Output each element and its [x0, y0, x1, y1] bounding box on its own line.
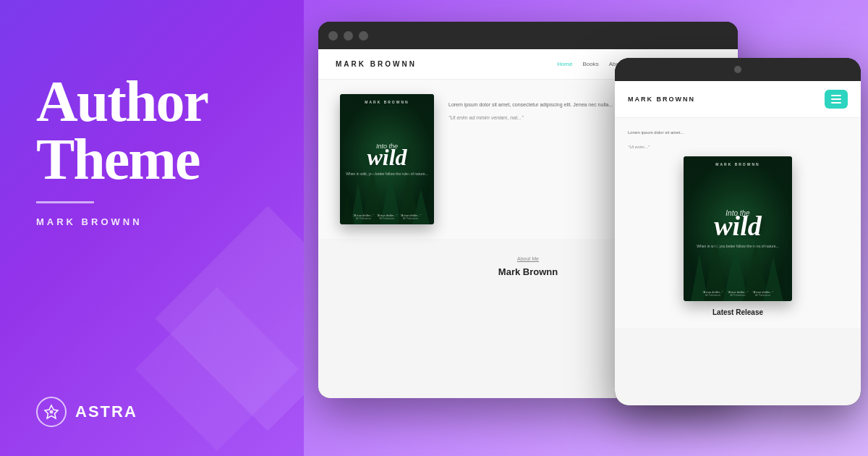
- nav-books[interactable]: Books: [582, 61, 598, 67]
- tablet-quote: "Ut enim...": [628, 145, 848, 149]
- tablet-nav: MARK BROWNN: [615, 81, 861, 118]
- review-2-source: AK Publications: [377, 217, 398, 220]
- svg-point-1: [50, 410, 54, 414]
- tablet-review-2-src: AK Publications: [728, 294, 749, 297]
- tablet-book-author: MARK BROWNN: [684, 162, 792, 166]
- nav-home[interactable]: Home: [557, 61, 572, 67]
- tablet-book-reviews: "A true thriller..." AK Publications "A …: [702, 290, 773, 297]
- tablet-content: Lorem ipsum dolor sit amet... "Ut enim..…: [615, 118, 861, 328]
- menu-line-2: [831, 98, 841, 100]
- review-1: "A true thriller..." AK Publications: [353, 214, 374, 220]
- astra-label: ASTRA: [75, 402, 137, 421]
- tablet-mockup: MARK BROWNN Lorem ipsum dolor sit amet..…: [615, 58, 861, 405]
- desktop-titlebar: [318, 22, 738, 49]
- astra-branding: ASTRA: [36, 397, 268, 427]
- tablet-review-2: "A true thriller..." AK Publications: [728, 290, 749, 297]
- book-cover-tablet: MARK BROWNN Into the wild When in wild, …: [684, 156, 792, 301]
- site-logo: MARK BROWNN: [336, 60, 417, 68]
- hero-title-line1: Author: [36, 69, 208, 133]
- divider: [36, 201, 94, 203]
- hero-title: Author Theme: [36, 72, 268, 188]
- tablet-camera: [734, 66, 741, 73]
- book-desktop-reviews: "A true thriller..." AK Publications "A …: [353, 214, 421, 220]
- right-panel: MARK BROWNN Home Books About Me Contact …: [304, 0, 868, 456]
- book-desktop-author: MARK BROWNN: [340, 100, 434, 104]
- traffic-dot-yellow: [344, 31, 353, 41]
- menu-line-1: [831, 95, 841, 96]
- tablet-latest-release: Latest Release: [628, 308, 848, 316]
- hero-text-block: Author Theme MARK BROWNN: [36, 72, 268, 227]
- review-3-source: AK Publications: [400, 217, 421, 220]
- about-link[interactable]: About Me: [517, 256, 539, 261]
- left-panel: Author Theme MARK BROWNN ASTRA: [0, 0, 304, 456]
- hero-title-line2: Theme: [36, 127, 200, 191]
- book-forest-bg: MARK BROWNN Into the wild When in wild, …: [340, 94, 434, 224]
- tablet-tagline: Lorem ipsum dolor sit amet...: [628, 130, 848, 136]
- traffic-dot-green: [359, 31, 368, 41]
- astra-logo: [36, 397, 67, 427]
- author-name: MARK BROWNN: [36, 216, 268, 227]
- tablet-review-1-src: AK Publications: [702, 294, 723, 297]
- review-3: "A true thriller..." AK Publications: [400, 214, 421, 220]
- menu-line-3: [831, 102, 841, 104]
- traffic-dot-red: [328, 31, 338, 41]
- astra-icon: [43, 403, 60, 421]
- tablet-book-forest: MARK BROWNN Into the wild When in wild, …: [684, 156, 792, 301]
- tablet-logo: MARK BROWNN: [628, 96, 695, 103]
- book-cover-desktop: MARK BROWNN Into the wild When in wild, …: [340, 94, 434, 224]
- tablet-top-bar: [615, 58, 861, 81]
- review-1-source: AK Publications: [353, 217, 374, 220]
- tablet-screen: MARK BROWNN Lorem ipsum dolor sit amet..…: [615, 81, 861, 405]
- tablet-review-1: "A true thriller..." AK Publications: [702, 290, 723, 297]
- tablet-menu-button[interactable]: [825, 90, 848, 109]
- tablet-review-3-src: AK Publications: [752, 294, 773, 297]
- review-2: "A true thriller..." AK Publications: [377, 214, 398, 220]
- tablet-review-3: "A true thriller..." AK Publications: [752, 290, 773, 297]
- svg-marker-7: [340, 196, 354, 224]
